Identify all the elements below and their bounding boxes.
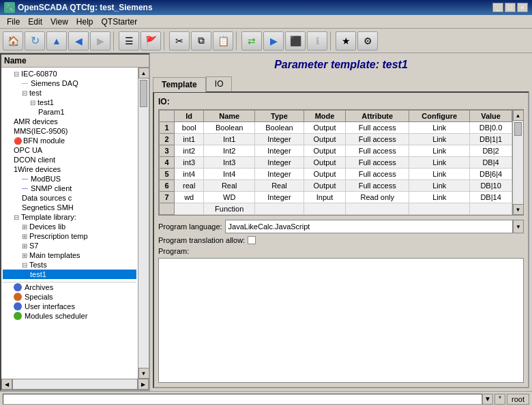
menu-edit[interactable]: Edit [24,16,46,27]
node-label: Siemens DAQ [31,79,78,87]
status-left [3,394,482,405]
table-scroll-up-button[interactable]: ▲ [513,110,524,121]
sidebar-item-1wire[interactable]: 1Wire devices [3,164,136,174]
specials-icon [14,293,22,301]
toolbar-stop-button[interactable]: ⬛ [285,31,306,50]
program-language-value[interactable]: JavaLikeCalc.JavaScript [225,220,513,233]
window-title: OpenSCADA QTCfg: test_Siemens [18,3,153,12]
toolbar-back-button[interactable]: ◀ [68,31,89,50]
sidebar-item-modules-scheduler[interactable]: Modules scheduler [3,311,136,321]
sidebar-item-param1[interactable]: Param1 [3,107,136,117]
node-label: test1 [30,270,46,278]
table-cell: Output [304,169,345,180]
sidebar-item-test1[interactable]: ⊟ test1 [3,98,136,107]
table-cell: Read only [346,192,409,203]
sidebar-item-test[interactable]: ⊟ test [3,88,136,98]
toolbar-cut-button[interactable]: ✂ [169,31,190,50]
toolbar-refresh-button[interactable]: ↻ [25,31,45,50]
minimize-button[interactable]: _ [492,3,503,12]
table-row[interactable]: 2int1Int1IntegerOutputFull accessLinkDB|… [160,134,512,145]
sidebar-item-amr[interactable]: AMR devices [3,117,136,126]
menu-view[interactable]: View [46,16,72,27]
close-button[interactable]: × [517,3,528,12]
sidebar-item-tests[interactable]: ⊟ Tests [3,260,136,270]
menu-qtstarter[interactable]: QTStarter [98,16,142,27]
hscroll-right-button[interactable]: ▶ [138,379,149,390]
scroll-down-button[interactable]: ▼ [138,368,149,379]
expand-icon: ⊞ [22,223,27,231]
row-number: 3 [160,145,175,157]
toolbar-info-button[interactable]: ℹ [307,31,327,50]
table-scroll-thumb[interactable] [514,122,522,136]
sidebar-item-datasources[interactable]: Data sources c [3,193,136,203]
toolbar-flag-button[interactable]: 🚩 [141,31,161,50]
tab-bar: Template IO [153,76,529,91]
hscroll-left-button[interactable]: ◀ [1,379,12,390]
row-number: 1 [160,122,175,134]
sidebar-item-siemens-daq[interactable]: — Siemens DAQ [3,78,136,88]
toolbar-star-button[interactable]: ★ [336,31,356,50]
node-label: Modules scheduler [25,312,87,320]
sidebar-item-bfn[interactable]: 🔴 BFN module [3,136,136,145]
menu-help[interactable]: Help [72,16,98,27]
table-row[interactable]: 1boolBooleanBooleanOutputFull accessLink… [160,122,512,134]
sidebar-item-user-interfaces[interactable]: User interfaces [3,302,136,311]
sidebar-item-iec60870[interactable]: ⊟ IEC-60870 [3,69,136,78]
toolbar-settings-button[interactable]: ⚙ [357,31,378,50]
toolbar-play-button[interactable]: ▶ [263,31,284,50]
left-hscroll: ◀ ▶ [1,379,149,390]
sidebar-item-opc[interactable]: OPC UA [3,145,136,155]
sidebar-item-main-templates[interactable]: ⊞ Main templates [3,250,136,260]
table-row[interactable]: 6realRealRealOutputFull accessLinkDB|10 [160,180,512,192]
table-row[interactable]: 5int4Int4IntegerOutputFull accessLinkDB|… [160,169,512,180]
table-cell: real [175,180,204,192]
expand-icon: ⊞ [22,252,27,259]
status-star-button[interactable]: * [494,394,505,405]
node-label: 1Wire devices [14,165,61,173]
toolbar-home-button[interactable]: 🏠 [3,31,23,50]
sidebar-item-specials[interactable]: Specials [3,292,136,302]
status-dropdown-button[interactable]: ▼ [482,394,493,405]
node-label: Main templates [29,251,80,259]
tab-io[interactable]: IO [206,76,233,91]
scroll-thumb[interactable] [140,80,147,107]
sidebar-item-prescription[interactable]: ⊞ Prescription temp [3,231,136,241]
table-cell: Real [204,180,255,192]
table-cell [175,203,204,215]
toolbar-list-button[interactable]: ☰ [119,31,139,50]
toolbar-forward-button[interactable]: ▶ [90,31,110,50]
toolbar-copy-button[interactable]: ⧉ [191,31,211,50]
sidebar-item-mms[interactable]: MMS(IEC-9506) [3,126,136,136]
sidebar-item-test1-node[interactable]: test1 [3,270,136,279]
toolbar-up-button[interactable]: ▲ [46,31,67,50]
maximize-button[interactable]: □ [505,3,516,12]
toolbar-paste-button[interactable]: 📋 [213,31,233,50]
sidebar-item-s7[interactable]: ⊞ S7 [3,241,136,250]
toolbar-sync-button[interactable]: ⇄ [241,31,262,50]
sidebar-item-dcon[interactable]: DCON client [3,155,136,164]
table-cell: Link [409,180,470,192]
sidebar-item-devices-lib[interactable]: ⊞ Devices lib [3,222,136,231]
table-row[interactable]: 3int2Int2IntegerOutputFull accessLinkDB|… [160,145,512,157]
sidebar-item-archives[interactable]: Archives [3,282,136,292]
sidebar-item-template-lib[interactable]: ⊟ Template library: [3,212,136,222]
sidebar-item-snmp[interactable]: — SNMP client [3,184,136,193]
program-editor[interactable] [158,258,524,383]
node-label: ModBUS [31,175,61,183]
scroll-up-button[interactable]: ▲ [138,68,149,78]
scroll-track [138,78,149,368]
node-label: User interfaces [25,302,75,310]
sidebar-item-segnetics[interactable]: Segnetics SMH [3,203,136,212]
program-translation-checkbox[interactable] [248,236,256,244]
table-row[interactable]: Function [160,203,512,215]
table-cell [346,203,409,215]
expand-icon: ⊟ [14,70,19,78]
program-language-dropdown-button[interactable]: ▼ [513,220,524,233]
table-scroll-down-button[interactable]: ▼ [513,204,524,215]
table-row[interactable]: 7wdWDIntegerInputRead onlyLinkDB|14 [160,192,512,203]
sidebar-header: Name [1,55,149,68]
sidebar-item-modbus[interactable]: — ModBUS [3,174,136,184]
table-row[interactable]: 4int3Int3IntegerOutputFull accessLinkDB|… [160,157,512,169]
tab-template[interactable]: Template [153,77,206,92]
menu-file[interactable]: File [3,16,24,27]
